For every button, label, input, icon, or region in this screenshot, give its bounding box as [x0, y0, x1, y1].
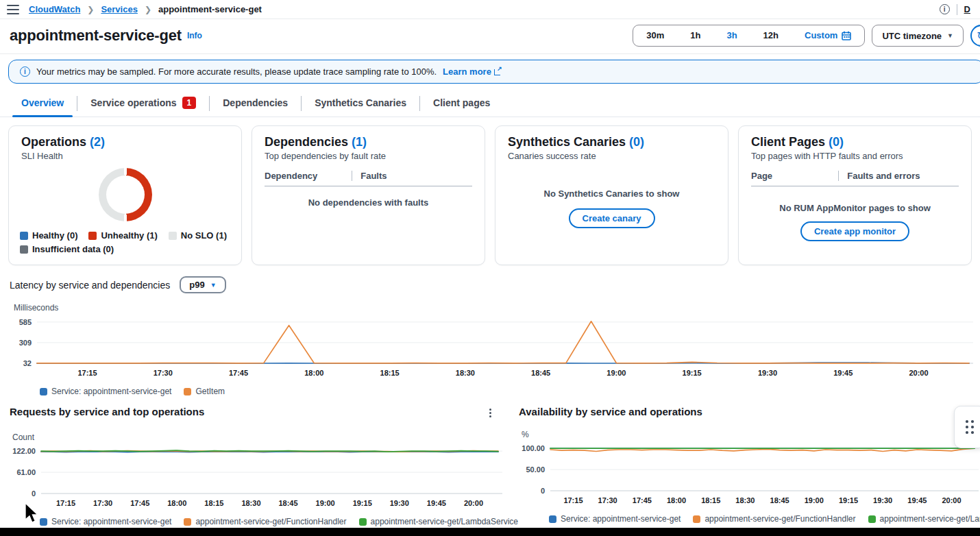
tab-bar: OverviewService operations1DependenciesS…	[0, 90, 980, 117]
requests-line-chart: 122.0061.00017:1517:3017:4518:0018:1518:…	[10, 443, 504, 514]
column-header: Faults and errors	[838, 171, 959, 181]
svg-text:61.00: 61.00	[16, 468, 36, 476]
operations-count-link[interactable]: (2)	[90, 135, 105, 149]
card-title: Synthetics Canaries (0)	[508, 135, 715, 149]
legend-item: Service: appointment-service-get	[40, 517, 171, 526]
truncated-link[interactable]: D	[964, 4, 970, 14]
svg-text:19:15: 19:15	[839, 496, 858, 504]
svg-text:17:30: 17:30	[154, 369, 173, 377]
percentile-dropdown[interactable]: p99 ▼	[180, 276, 225, 293]
svg-text:17:15: 17:15	[56, 499, 75, 507]
svg-text:19:30: 19:30	[758, 369, 777, 377]
time-range-control: 30m1h3h12hCustom	[633, 25, 865, 47]
latency-chart-svg: 5853093217:1517:3017:4518:0018:1518:3018…	[10, 314, 975, 381]
summary-cards: Operations (2) SLI Health Healthy (0)Unh…	[8, 125, 972, 265]
availability-chart-svg: 100.0050.00017:1517:3017:4518:0018:1518:…	[519, 441, 980, 509]
svg-text:19:45: 19:45	[427, 499, 446, 507]
svg-text:0: 0	[32, 489, 36, 498]
svg-text:18:30: 18:30	[241, 499, 260, 507]
svg-text:19:30: 19:30	[390, 499, 409, 507]
refresh-button[interactable]: ↻	[970, 25, 980, 47]
requests-chart-svg: 122.0061.00017:1517:3017:4518:0018:1518:…	[10, 443, 504, 511]
chevron-down-icon: ▼	[947, 32, 953, 39]
hamburger-menu-icon[interactable]	[7, 5, 19, 14]
chevron-right-icon: ❯	[87, 5, 94, 14]
card-title: Dependencies (1)	[265, 135, 472, 149]
legend-item: No SLO (1)	[169, 229, 227, 243]
canaries-count-link[interactable]: (0)	[629, 135, 644, 149]
tab-service-operations[interactable]: Service operations1	[77, 90, 209, 117]
svg-text:18:00: 18:00	[304, 369, 323, 377]
latency-chart-title: Latency by service and dependencies	[10, 280, 170, 291]
create-app-monitor-button[interactable]: Create app monitor	[800, 221, 909, 241]
svg-text:32: 32	[23, 359, 32, 367]
svg-text:17:45: 17:45	[229, 369, 248, 377]
svg-text:18:30: 18:30	[735, 496, 755, 504]
legend-item: GetItem	[184, 387, 225, 396]
svg-text:20:00: 20:00	[464, 499, 483, 507]
page-header: appointment-service-get Info 30m1h3h12hC…	[0, 19, 980, 54]
legend-item: appointment-service-get/FunctionHandler	[693, 514, 855, 524]
create-canary-button[interactable]: Create canary	[569, 208, 655, 228]
chevron-down-icon: ▼	[210, 282, 217, 289]
svg-text:19:00: 19:00	[607, 369, 626, 377]
time-range-custom[interactable]: Custom	[792, 25, 864, 46]
divider	[957, 4, 957, 15]
empty-state-text: No Synthetics Canaries to show	[508, 188, 715, 199]
svg-text:19:15: 19:15	[353, 499, 372, 507]
svg-text:18:15: 18:15	[204, 499, 223, 507]
time-range-12h[interactable]: 12h	[750, 25, 792, 46]
time-range-30m[interactable]: 30m	[633, 25, 677, 46]
learn-more-link[interactable]: Learn more	[443, 66, 502, 77]
dependencies-card: Dependencies (1) Top dependencies by fau…	[252, 125, 485, 265]
svg-text:17:30: 17:30	[93, 499, 112, 507]
svg-text:18:45: 18:45	[278, 499, 297, 507]
column-header: Dependency	[265, 171, 352, 181]
synthetics-canaries-card: Synthetics Canaries (0) Canaries success…	[495, 125, 728, 265]
table-header: Page Faults and errors	[751, 171, 959, 186]
breadcrumb-services[interactable]: Services	[101, 4, 138, 14]
svg-text:19:30: 19:30	[873, 496, 892, 504]
availability-chart-title: Availability by service and operations	[519, 406, 702, 417]
timezone-dropdown[interactable]: UTC timezone ▼	[872, 25, 964, 47]
info-link[interactable]: Info	[187, 31, 202, 40]
time-range-3h[interactable]: 3h	[713, 25, 750, 46]
availability-chart-block: Availability by service and operations %…	[504, 406, 980, 526]
dependencies-count-link[interactable]: (1)	[352, 135, 367, 149]
client-pages-count-link[interactable]: (0)	[829, 135, 844, 149]
chart-menu-icon[interactable]	[487, 406, 494, 420]
tab-overview[interactable]: Overview	[8, 90, 77, 117]
svg-text:17:45: 17:45	[130, 499, 149, 507]
svg-text:18:00: 18:00	[167, 499, 186, 507]
svg-text:19:00: 19:00	[805, 496, 824, 504]
info-icon[interactable]: i	[940, 4, 950, 14]
svg-text:18:00: 18:00	[667, 496, 686, 504]
card-title: Operations (2)	[21, 135, 229, 149]
empty-state-text: No RUM AppMonitor pages to show	[751, 203, 959, 213]
tab-client-pages[interactable]: Client pages	[420, 90, 503, 117]
time-range-1h[interactable]: 1h	[677, 25, 713, 46]
card-subtitle: Canaries success rate	[508, 151, 715, 161]
svg-text:18:45: 18:45	[770, 496, 789, 504]
svg-text:309: 309	[19, 339, 32, 347]
sampling-info-banner: i Your metrics may be sampled. For more …	[8, 60, 980, 84]
breadcrumb-cloudwatch[interactable]: CloudWatch	[29, 4, 80, 14]
legend-item: Unhealthy (1)	[88, 229, 157, 243]
widget-drag-handle[interactable]	[954, 406, 980, 448]
sli-health-donut-chart	[99, 168, 152, 221]
chevron-right-icon: ❯	[145, 5, 151, 14]
drag-dots-icon	[966, 420, 974, 434]
svg-text:122.00: 122.00	[12, 447, 36, 455]
tab-dependencies[interactable]: Dependencies	[210, 90, 301, 117]
legend-item: Insufficient data (0)	[20, 243, 114, 256]
sli-health-legend: Healthy (0)Unhealthy (1)No SLO (1)Insuff…	[20, 229, 227, 256]
svg-text:585: 585	[19, 318, 32, 326]
svg-text:18:45: 18:45	[531, 369, 550, 377]
svg-text:17:15: 17:15	[563, 496, 583, 504]
card-subtitle: Top dependencies by fault rate	[265, 151, 472, 161]
legend-item: appointment-service-get/LambdaService	[868, 514, 980, 524]
calendar-icon	[842, 31, 851, 40]
card-title: Client Pages (0)	[751, 135, 959, 149]
legend-item: Service: appointment-service-get	[40, 387, 171, 396]
tab-synthetics-canaries[interactable]: Synthetics Canaries	[302, 90, 419, 117]
